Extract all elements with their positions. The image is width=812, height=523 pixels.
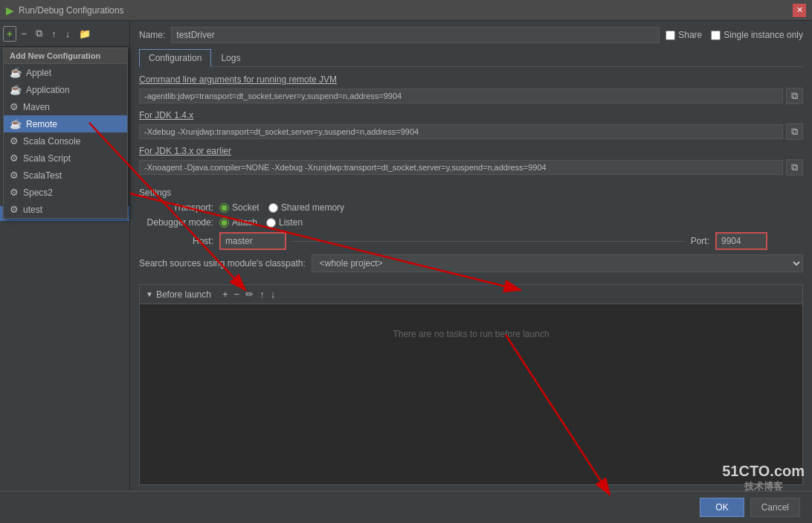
debugger-mode-radio-group: Attach Listen bbox=[219, 217, 303, 228]
dropdown-item-label: utest bbox=[23, 205, 42, 215]
copy-config-button[interactable]: ⧉ bbox=[32, 25, 46, 42]
remote-icon: ☕ bbox=[10, 118, 22, 129]
tab-logs[interactable]: Logs bbox=[211, 49, 250, 66]
title-bar: ▶ Run/Debug Configurations ✕ bbox=[0, 0, 812, 21]
before-launch-add-button[interactable]: + bbox=[220, 288, 231, 301]
settings-title: Settings bbox=[139, 187, 803, 198]
transport-label: Transport: bbox=[139, 202, 213, 213]
single-instance-checkbox[interactable] bbox=[711, 31, 721, 40]
dialog-body: + − ⧉ ↑ ↓ 📁 Add New Configuration ☕ Appl… bbox=[0, 21, 812, 491]
jdk14-input[interactable] bbox=[139, 124, 783, 139]
dropdown-item-scala-console[interactable]: ⚙ Scala Console bbox=[4, 132, 127, 150]
transport-socket-radio[interactable] bbox=[219, 203, 229, 213]
dropdown-item-label: Scala Console bbox=[23, 136, 80, 147]
host-port-connector bbox=[292, 241, 685, 242]
share-section: Share Single instance only bbox=[666, 30, 803, 40]
cmd-label: Command line arguments for running remot… bbox=[139, 74, 803, 85]
watermark-sub: 技术博客 bbox=[722, 480, 805, 493]
dropdown-item-label: Scala Script bbox=[23, 153, 71, 164]
top-bar: Name: Share Single instance only bbox=[139, 27, 803, 43]
maven-icon: ⚙ bbox=[10, 101, 19, 112]
attach-label: Attach bbox=[219, 217, 257, 228]
classpath-select[interactable]: <whole project> bbox=[312, 254, 803, 272]
before-launch-header: ▼ Before launch + − ✏ ↑ ↓ bbox=[140, 285, 802, 304]
listen-radio[interactable] bbox=[266, 218, 276, 228]
dropdown-item-scala-script[interactable]: ⚙ Scala Script bbox=[4, 150, 127, 167]
copy-jdk13-button[interactable]: ⧉ bbox=[786, 159, 803, 176]
classpath-label: Search sources using module's classpath: bbox=[139, 258, 306, 269]
dialog-footer: OK Cancel bbox=[0, 491, 812, 523]
add-config-dropdown: Add New Configuration ☕ Applet ☕ Applica… bbox=[3, 48, 128, 219]
before-launch-remove-button[interactable]: − bbox=[232, 288, 242, 301]
folder-button[interactable]: 📁 bbox=[75, 26, 94, 42]
transport-sharedmem-radio[interactable] bbox=[268, 203, 278, 213]
dropdown-item-utest[interactable]: ⚙ utest bbox=[4, 201, 127, 218]
add-config-button[interactable]: + bbox=[3, 26, 16, 42]
dialog-icon: ▶ bbox=[6, 4, 14, 16]
jdk13-row: ⧉ bbox=[139, 159, 803, 176]
copy-cmd-button[interactable]: ⧉ bbox=[786, 88, 803, 104]
dropdown-item-label: Specs2 bbox=[23, 187, 53, 198]
before-launch-up-button[interactable]: ↑ bbox=[257, 288, 267, 301]
move-up-button[interactable]: ↑ bbox=[48, 26, 60, 42]
debugger-mode-row: Debugger mode: Attach Listen bbox=[139, 217, 803, 228]
classpath-row: Search sources using module's classpath:… bbox=[139, 254, 803, 272]
remove-config-button[interactable]: − bbox=[18, 26, 31, 42]
cancel-button[interactable]: Cancel bbox=[750, 498, 800, 517]
dropdown-item-specs2[interactable]: ⚙ Specs2 bbox=[4, 184, 127, 201]
dropdown-item-remote[interactable]: ☕ Remote bbox=[4, 115, 127, 132]
config-tree: ☕ testDriver bbox=[0, 203, 129, 491]
dropdown-item-application[interactable]: ☕ Application bbox=[4, 81, 127, 98]
before-launch-edit-button[interactable]: ✏ bbox=[243, 288, 256, 301]
tab-configuration[interactable]: Configuration bbox=[139, 49, 211, 67]
transport-sharedmem-label: Shared memory bbox=[268, 202, 344, 213]
host-input[interactable] bbox=[219, 232, 286, 250]
dropdown-item-scalatest[interactable]: ⚙ ScalaTest bbox=[4, 167, 127, 184]
right-panel: Name: Share Single instance only Configu… bbox=[130, 21, 812, 491]
dropdown-header: Add New Configuration bbox=[4, 48, 127, 64]
share-checkbox[interactable] bbox=[666, 31, 675, 40]
debugger-mode-label: Debugger mode: bbox=[139, 217, 213, 228]
copy-jdk14-button[interactable]: ⧉ bbox=[786, 123, 803, 140]
utest-icon: ⚙ bbox=[10, 204, 19, 215]
transport-socket-label: Socket bbox=[219, 202, 260, 213]
left-panel: + − ⧉ ↑ ↓ 📁 Add New Configuration ☕ Appl… bbox=[0, 21, 130, 491]
port-label: Port: bbox=[691, 236, 709, 246]
scala-console-icon: ⚙ bbox=[10, 135, 19, 147]
transport-row: Transport: Socket Shared memory bbox=[139, 202, 803, 213]
application-icon: ☕ bbox=[10, 84, 22, 95]
dropdown-item-label: ScalaTest bbox=[23, 170, 62, 181]
jdk14-label: For JDK 1.4.x bbox=[139, 110, 803, 121]
name-label: Name: bbox=[139, 30, 165, 40]
host-port-row: Host: Port: bbox=[139, 232, 803, 250]
before-launch-down-button[interactable]: ↓ bbox=[268, 288, 278, 301]
watermark: 51CTO.com 技术博客 bbox=[722, 463, 805, 493]
before-launch-collapse-icon: ▼ bbox=[146, 290, 153, 298]
single-instance-label: Single instance only bbox=[711, 30, 803, 40]
settings-section: Settings Transport: Socket Shared memory bbox=[139, 187, 803, 278]
dropdown-item-label: Application bbox=[26, 85, 70, 95]
applet-icon: ☕ bbox=[10, 67, 22, 78]
dropdown-item-applet[interactable]: ☕ Applet bbox=[4, 64, 127, 81]
before-launch-toolbar: + − ✏ ↑ ↓ bbox=[220, 288, 277, 301]
port-input[interactable] bbox=[715, 232, 767, 250]
before-launch-section: ▼ Before launch + − ✏ ↑ ↓ There are no t… bbox=[139, 284, 803, 485]
jdk13-input[interactable] bbox=[139, 160, 783, 175]
cmd-input[interactable] bbox=[139, 89, 783, 103]
run-debug-dialog: ▶ Run/Debug Configurations ✕ + − ⧉ ↑ ↓ 📁… bbox=[0, 0, 812, 523]
before-launch-title: Before launch bbox=[156, 289, 211, 300]
attach-radio[interactable] bbox=[219, 218, 229, 228]
dropdown-item-label: Applet bbox=[26, 68, 51, 78]
host-label: Host: bbox=[139, 236, 213, 246]
transport-radio-group: Socket Shared memory bbox=[219, 202, 344, 213]
move-down-button[interactable]: ↓ bbox=[62, 26, 74, 42]
dropdown-item-maven[interactable]: ⚙ Maven bbox=[4, 98, 127, 115]
share-label: Share bbox=[666, 30, 702, 40]
dropdown-item-label: Remote bbox=[26, 119, 57, 129]
ok-button[interactable]: OK bbox=[700, 498, 744, 517]
name-input[interactable] bbox=[171, 27, 660, 43]
specs2-icon: ⚙ bbox=[10, 187, 19, 198]
left-toolbar: + − ⧉ ↑ ↓ 📁 bbox=[0, 21, 129, 47]
dialog-title: Run/Debug Configurations bbox=[19, 5, 123, 16]
close-button[interactable]: ✕ bbox=[793, 4, 806, 17]
